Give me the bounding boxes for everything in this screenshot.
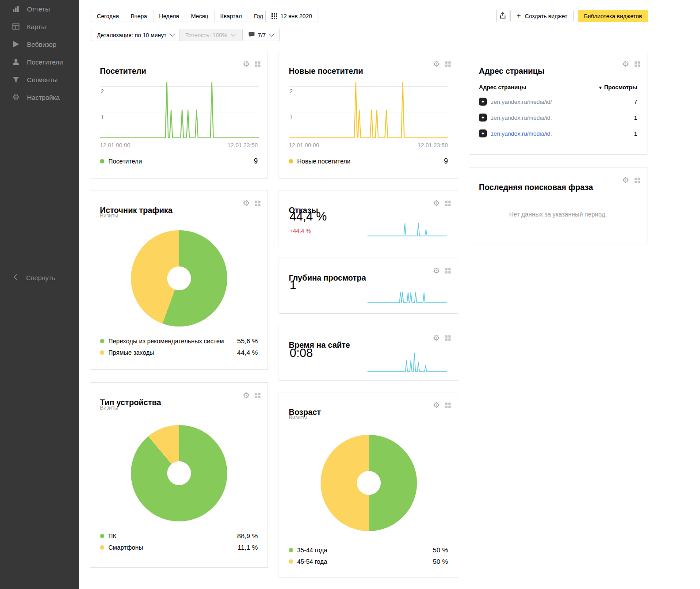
page-url-link[interactable]: zen.yandex.ru/media/id, <box>491 114 552 121</box>
widget-card-page-address: Адрес страницы ⚙ Адрес страницы ▼ Просмо… <box>469 51 647 155</box>
period-tab-month[interactable]: Месяц <box>185 10 214 22</box>
comments-dropdown[interactable]: 7/7 <box>242 29 280 41</box>
view-depth-sparkline[interactable] <box>367 292 447 303</box>
gear-icon[interactable]: ⚙ <box>622 60 629 68</box>
legend-value: 50 % <box>433 546 448 554</box>
sidebar-item-label: Настройка <box>27 94 60 101</box>
sidebar: Отчеты Карты Вебвизор Посетители Сегмент… <box>0 0 79 589</box>
sidebar-item-label: Отчеты <box>27 5 50 13</box>
new-visitors-line-chart[interactable]: 12 <box>289 79 448 138</box>
widget-title: Посетители <box>100 67 146 76</box>
table-row: ✦ zen.yandex.ru/media/id, 1 <box>479 128 637 139</box>
period-tab-today[interactable]: Сегодня <box>91 10 125 22</box>
legend-value: 55,6 % <box>237 337 258 345</box>
drag-handle-icon[interactable] <box>445 61 451 67</box>
funnel-icon <box>11 75 20 84</box>
detalization-dropdown[interactable]: Детализация: по 10 минут <box>91 29 180 41</box>
drag-handle-icon[interactable] <box>255 201 260 206</box>
sidebar-item-segments[interactable]: Сегменты <box>0 71 79 88</box>
sidebar-item-label: Вебвизор <box>27 41 57 48</box>
drag-handle-icon[interactable] <box>635 61 640 67</box>
legend-label: 45-54 года <box>297 558 327 565</box>
donut-hole <box>357 471 381 495</box>
sidebar-item-webvisor[interactable]: Вебвизор <box>0 35 79 53</box>
export-button[interactable] <box>496 10 509 22</box>
widget-card-new-visitors: Новые посетители ⚙ 12 12.01 00:00 12.01 … <box>279 51 458 179</box>
speech-bubble-icon <box>249 31 255 38</box>
date-picker-button[interactable]: 12 янв 2020 <box>265 10 318 22</box>
play-icon <box>11 40 20 49</box>
legend-dot <box>100 534 104 538</box>
period-tab-week[interactable]: Неделя <box>153 10 185 22</box>
svg-text:1: 1 <box>290 114 293 121</box>
gear-icon[interactable]: ⚙ <box>433 401 440 409</box>
legend-value: 9 <box>444 157 448 165</box>
sidebar-item-maps[interactable]: Карты <box>0 18 79 35</box>
drag-handle-icon[interactable] <box>635 178 640 183</box>
column-header-views[interactable]: Просмотры <box>604 84 637 91</box>
zen-logo-icon: ✦ <box>479 114 487 122</box>
widget-card-time-on-site: Время на сайте ⚙ 0:08 <box>279 325 458 381</box>
chevron-down-icon <box>269 31 275 37</box>
gear-icon[interactable]: ⚙ <box>243 199 250 207</box>
device-type-donut-chart[interactable] <box>131 425 227 521</box>
plus-icon: + <box>516 12 520 19</box>
drag-handle-icon[interactable] <box>445 335 451 341</box>
sidebar-item-reports[interactable]: Отчеты <box>0 0 79 18</box>
gear-icon[interactable]: ⚙ <box>433 334 440 342</box>
page-url-link[interactable]: zen.yandex.ru/media/id/ <box>491 99 552 105</box>
gear-icon[interactable]: ⚙ <box>433 199 440 207</box>
drag-handle-icon[interactable] <box>445 268 451 274</box>
empty-state-text: Нет данных за указанный период. <box>469 211 647 218</box>
gear-icon[interactable]: ⚙ <box>433 60 440 68</box>
donut-hole <box>167 461 191 485</box>
gear-icon[interactable]: ⚙ <box>622 176 629 184</box>
table-row: ✦ zen.yandex.ru/media/id/ 7 <box>479 96 637 107</box>
bounces-sparkline[interactable] <box>367 222 447 236</box>
gear-icon[interactable]: ⚙ <box>243 60 250 68</box>
column-header-url[interactable]: Адрес страницы <box>479 84 526 91</box>
widget-library-button[interactable]: Библиотека виджетов <box>578 10 649 22</box>
views-count: 7 <box>634 99 637 105</box>
widget-card-device-type: Тип устройства Визиты ⚙ ПК 88,9 % Смартф… <box>90 382 268 568</box>
gear-icon[interactable]: ⚙ <box>433 267 440 275</box>
sidebar-collapse-button[interactable]: Свернуть <box>0 270 79 285</box>
page-url-link[interactable]: zen.yandex.ru/media/id, <box>491 130 552 137</box>
drag-handle-icon[interactable] <box>255 393 260 398</box>
time-on-site-sparkline[interactable] <box>367 352 447 372</box>
legend-value: 11,1 % <box>237 543 258 551</box>
widget-card-view-depth: Глубина просмотра ⚙ 1 <box>279 258 458 314</box>
legend-dot <box>289 159 293 163</box>
drag-handle-icon[interactable] <box>255 61 260 67</box>
widget-card-visitors: Посетители ⚙ 12 12.01 00:00 12.01 23:50 … <box>90 51 268 179</box>
time-on-site-value: 0:08 <box>290 346 313 360</box>
x-axis-start-label: 12.01 00:00 <box>100 142 130 148</box>
svg-text:2: 2 <box>101 88 104 95</box>
sidebar-item-label: Посетители <box>27 58 63 66</box>
legend-dot <box>289 548 293 552</box>
comments-label: 7/7 <box>258 32 266 38</box>
bounce-rate-value: 44,4 % <box>290 210 327 224</box>
drag-handle-icon[interactable] <box>445 403 451 408</box>
sidebar-item-visitors[interactable]: Посетители <box>0 53 79 71</box>
zen-logo-icon: ✦ <box>479 129 487 137</box>
legend-dot <box>100 545 104 550</box>
sidebar-item-settings[interactable]: ⚙ Настройка <box>0 88 79 106</box>
accuracy-dropdown: Точность: 100% <box>179 29 241 41</box>
sidebar-item-label: Сегменты <box>27 76 57 84</box>
gear-icon[interactable]: ⚙ <box>243 391 250 399</box>
drag-handle-icon[interactable] <box>445 201 451 206</box>
x-axis-end-label: 12.01 23:50 <box>417 142 448 148</box>
chevron-left-icon <box>13 274 17 281</box>
bar-chart-icon <box>11 4 20 13</box>
sort-arrow-icon: ▼ <box>598 85 603 90</box>
age-donut-chart[interactable] <box>321 435 417 531</box>
create-widget-button[interactable]: + Создать виджет <box>510 10 574 22</box>
traffic-source-donut-chart[interactable] <box>131 230 227 327</box>
detalization-label: Детализация: по 10 минут <box>97 32 166 38</box>
legend-value: 88,9 % <box>237 532 258 540</box>
legend-dot <box>289 559 293 564</box>
visitors-line-chart[interactable]: 12 <box>100 79 259 138</box>
period-tab-quarter[interactable]: Квартал <box>214 10 248 22</box>
period-tab-yesterday[interactable]: Вчера <box>125 10 153 22</box>
